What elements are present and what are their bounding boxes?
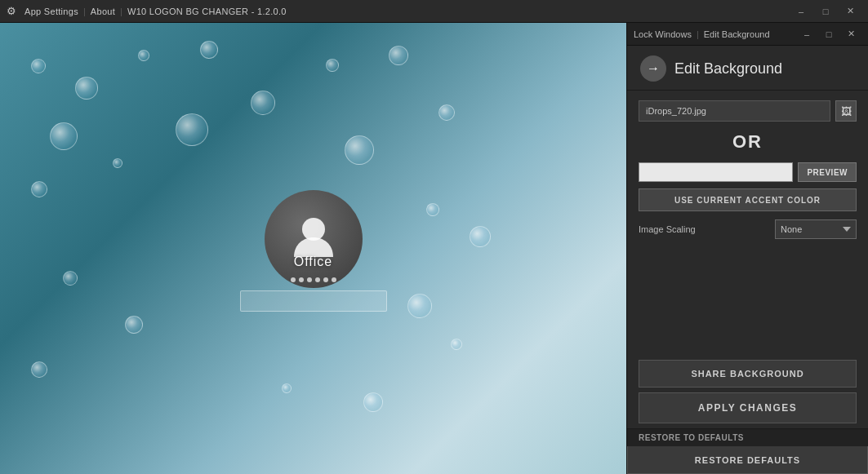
app-settings-link[interactable]: App Settings	[24, 7, 78, 16]
water-drop	[407, 294, 432, 318]
water-drop	[31, 181, 47, 197]
dot	[332, 277, 336, 282]
lock-windows-label: Lock Windows	[634, 29, 692, 39]
minimize-button[interactable]: –	[790, 3, 812, 20]
water-drop	[31, 361, 47, 378]
water-drop	[426, 203, 439, 216]
title-bar: ⚙ App Settings | About | W10 LOGON BG CH…	[0, 0, 868, 23]
water-drop	[389, 46, 408, 65]
right-panel: Lock Windows | Edit Background – □ ✕ → E…	[626, 23, 868, 474]
dot	[299, 277, 304, 282]
or-label: OR	[639, 128, 857, 156]
maximize-button[interactable]: □	[814, 3, 837, 20]
water-drop	[113, 158, 122, 168]
password-input[interactable]	[240, 290, 387, 312]
apply-changes-button[interactable]: APPLY CHANGES	[639, 392, 857, 423]
spacer	[639, 246, 857, 350]
accent-color-button[interactable]: USE CURRENT ACCENT COLOR	[639, 188, 857, 211]
dot	[307, 277, 312, 282]
color-row: PREVIEW	[639, 162, 857, 182]
dot	[291, 277, 296, 282]
right-title-bar: Lock Windows | Edit Background – □ ✕	[627, 23, 868, 46]
water-drop	[63, 271, 78, 286]
file-row: iDrops_720.jpg 🖼	[639, 100, 857, 122]
username-dots	[291, 277, 336, 282]
restore-header-label: RESTORE TO DEFAULTS	[627, 429, 868, 446]
svg-point-0	[302, 218, 325, 241]
water-drop	[176, 113, 208, 146]
back-arrow-button[interactable]: →	[640, 55, 666, 82]
right-header: → Edit Background	[627, 46, 868, 91]
right-content: iDrops_720.jpg 🖼 OR PREVIEW USE CURRENT …	[627, 91, 868, 360]
water-drop	[50, 122, 78, 150]
scaling-select[interactable]: None Fill Fit Stretch Center Tile	[775, 219, 857, 239]
water-drop	[125, 316, 143, 334]
preview-button[interactable]: PREVIEW	[798, 162, 857, 182]
water-drop	[75, 77, 98, 100]
sep1: |	[83, 7, 86, 16]
restore-section: RESTORE TO DEFAULTS RESTORE DEFAULTS	[627, 428, 868, 474]
right-title-sep: |	[697, 29, 699, 39]
edit-background-tab[interactable]: Edit Background	[704, 29, 770, 39]
app-title: W10 LOGON BG CHANGER - 1.2.0.0	[127, 7, 287, 16]
water-drop	[251, 91, 275, 115]
dot	[323, 277, 328, 282]
color-swatch[interactable]	[639, 162, 793, 182]
preview-area: Office	[0, 23, 626, 474]
file-browse-button[interactable]: 🖼	[835, 100, 857, 122]
about-link[interactable]: About	[91, 7, 115, 16]
user-info: Office	[240, 255, 387, 312]
arrow-icon: →	[647, 61, 660, 76]
water-drop	[363, 392, 383, 412]
share-background-button[interactable]: SHARE BACKGROUND	[639, 360, 857, 388]
scaling-row: Image Scaling None Fill Fit Stretch Cent…	[639, 219, 857, 239]
right-minimize-button[interactable]: –	[796, 26, 817, 42]
water-drop	[200, 41, 218, 59]
username-label: Office	[294, 255, 333, 269]
water-drop	[438, 104, 455, 121]
right-maximize-button[interactable]: □	[818, 26, 839, 42]
restore-defaults-button[interactable]: RESTORE DEFAULTS	[627, 446, 868, 474]
window-controls: – □ ✕	[790, 3, 861, 20]
water-drop	[451, 339, 462, 350]
main-container: Office Lock Windows | Edit Background – …	[0, 23, 868, 474]
right-close-button[interactable]: ✕	[840, 26, 861, 42]
water-drop	[470, 226, 491, 247]
water-drop	[138, 50, 149, 61]
water-drop	[326, 59, 339, 72]
right-bottom: SHARE BACKGROUND APPLY CHANGES	[627, 360, 868, 423]
panel-title: Edit Background	[674, 60, 782, 78]
right-window-controls: – □ ✕	[796, 26, 861, 42]
water-drop	[282, 383, 292, 393]
water-drop	[31, 59, 46, 73]
scaling-label: Image Scaling	[639, 224, 696, 234]
water-drop	[345, 135, 374, 165]
file-path-display[interactable]: iDrops_720.jpg	[639, 100, 830, 122]
sep2: |	[120, 7, 122, 16]
dot	[315, 277, 320, 282]
close-button[interactable]: ✕	[839, 3, 861, 20]
app-icon: ⚙	[7, 5, 20, 18]
